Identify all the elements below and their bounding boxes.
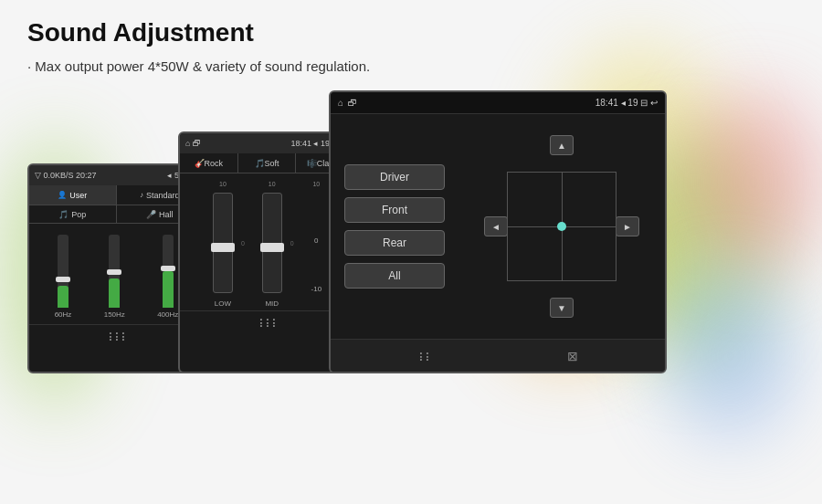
sound-grid-area: ▲ ▼ ◄ ► [458, 114, 665, 339]
eq-track-150hz[interactable] [109, 235, 120, 308]
tab-rock-label: Rock [205, 159, 224, 168]
page-content: Sound Adjustment · Max output power 4*50… [0, 0, 822, 392]
tab-classic-icon: 🎼 [307, 159, 317, 168]
tab-pop-label: Pop [71, 210, 86, 219]
sound-position-grid[interactable] [507, 172, 616, 281]
scale-top-mid: 10 [269, 181, 276, 187]
scale-labels: 0 -10 [311, 193, 322, 293]
scale-top-low: 10 [219, 181, 227, 187]
direction-pad: ▲ ▼ ◄ ► [484, 135, 639, 318]
zero-label-low: 0 [241, 240, 245, 247]
screen3-topbar-right: 18:41 ◂ 19 ⊟ ↩ [595, 98, 658, 108]
screen3-topbar: ⌂ 🗗 18:41 ◂ 19 ⊟ ↩ [331, 92, 665, 114]
dir-up-button[interactable]: ▲ [550, 135, 574, 155]
tab-rock[interactable]: 🎸 Rock [180, 153, 238, 173]
equalizer-icon: ⫶⫶⫶ [107, 329, 126, 343]
eq2-col-ref: 10 0 -10 [311, 181, 322, 293]
arrow-up-icon: ▲ [557, 141, 566, 151]
eq-fill-150hz [109, 278, 120, 308]
eq-col-400hz: 400Hz [157, 235, 178, 319]
tab-soft-label: Soft [265, 159, 279, 168]
screen3-sd-icon: 🗗 [348, 98, 357, 108]
screen3-bottom-bar: ⫶⫶ ⊠ [331, 339, 665, 372]
eq-fill-60hz [58, 286, 68, 308]
eq-track-400hz[interactable] [163, 235, 174, 308]
subtitle: · Max output power 4*50W & variety of so… [27, 58, 795, 74]
scale-label-n10: -10 [311, 285, 322, 293]
tab-user[interactable]: 👤 User [29, 185, 117, 205]
screen-3: ⌂ 🗗 18:41 ◂ 19 ⊟ ↩ Driver Front Rear All [329, 90, 667, 373]
tab-hall-icon: 🎤 [146, 210, 156, 219]
eq2-label-mid: MID [265, 299, 279, 308]
sound-position-dot [557, 222, 566, 231]
btn-driver[interactable]: Driver [344, 164, 445, 190]
eq-label-150hz: 150Hz [104, 310, 125, 319]
screen2-topbar-icons: ⌂ 🗗 [185, 139, 201, 148]
eq-col-150hz: 150Hz [104, 235, 125, 319]
eq-label-60hz: 60Hz [55, 310, 72, 319]
tab-soft-icon: 🎵 [255, 159, 265, 168]
eq2-label-low: LOW [215, 299, 231, 308]
screen3-home-icon: ⌂ [338, 98, 343, 108]
screen3-topbar-left: ⌂ 🗗 [338, 98, 357, 108]
tab-user-label: User [69, 191, 87, 200]
scale-label-0: 0 [314, 236, 318, 245]
arrow-left-icon: ◄ [491, 222, 501, 232]
eq-label-400hz: 400Hz [157, 310, 178, 319]
zero-label-mid: 0 [290, 240, 294, 247]
eq2-bars-icon: ⫶⫶⫶ [258, 315, 277, 330]
dir-down-button[interactable]: ▼ [550, 298, 574, 318]
eq-col-60hz: 60Hz [55, 235, 72, 319]
equalizer-settings-icon[interactable]: ⫶⫶ [417, 349, 430, 363]
speaker-balance-icon[interactable]: ⊠ [567, 349, 578, 363]
tab-soft[interactable]: 🎵 Soft [238, 153, 297, 173]
screen1-topbar-left: ▽ 0.0KB/S 20:27 [35, 171, 97, 180]
screens-container: ▽ 0.0KB/S 20:27 ◂ 5 ⊟ ↩ 👤 User ♪ Standar… [27, 90, 795, 373]
eq2-thumb-low[interactable] [211, 243, 235, 252]
eq2-col-mid: 10 0 MID [262, 181, 282, 308]
screen3-body: Driver Front Rear All ▲ ▼ [331, 114, 665, 339]
tab-pop-icon: 🎵 [58, 210, 68, 219]
eq2-track-low[interactable]: 0 [213, 193, 233, 293]
page-title: Sound Adjustment [27, 18, 254, 47]
eq-track-60hz[interactable] [58, 235, 68, 308]
tab-pop[interactable]: 🎵 Pop [29, 205, 117, 223]
eq-thumb-60hz[interactable] [56, 277, 70, 282]
arrow-right-icon: ► [623, 222, 632, 232]
dir-left-button[interactable]: ◄ [484, 216, 508, 236]
music-icon: ♪ [140, 191, 143, 199]
eq2-col-low: 10 0 LOW [213, 181, 233, 308]
tab-standard-label: Standard [146, 191, 180, 200]
btn-all[interactable]: All [344, 263, 445, 289]
sound-buttons-panel: Driver Front Rear All [331, 114, 458, 339]
eq-thumb-400hz[interactable] [161, 266, 175, 271]
btn-rear[interactable]: Rear [344, 230, 445, 256]
title-row: Sound Adjustment [27, 18, 795, 47]
btn-front[interactable]: Front [344, 197, 445, 223]
eq2-thumb-mid[interactable] [260, 243, 284, 252]
eq-thumb-150hz[interactable] [107, 269, 121, 275]
eq2-track-mid[interactable]: 0 [262, 193, 282, 293]
tab-hall-label: Hall [159, 210, 174, 219]
user-icon: 👤 [58, 191, 67, 199]
tab-rock-icon: 🎸 [195, 159, 205, 168]
scale-ref-top: 10 [312, 181, 320, 187]
dir-right-button[interactable]: ► [616, 216, 639, 236]
eq-fill-400hz [163, 271, 174, 308]
arrow-down-icon: ▼ [557, 303, 566, 313]
